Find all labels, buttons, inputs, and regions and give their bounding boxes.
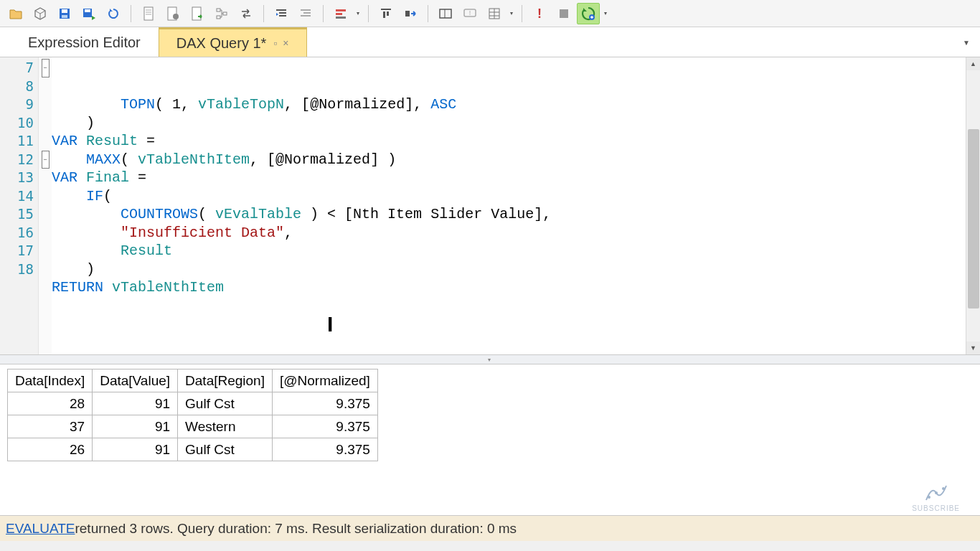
code-line[interactable]: IF( [52,187,966,206]
table-cell: 9.375 [272,392,377,415]
code-line[interactable]: VAR Result = [52,132,966,151]
comment-icon[interactable]: ! [458,3,481,24]
tab-close-button[interactable]: × [283,37,288,49]
line-number: 17 [0,242,38,260]
table-cell: 91 [93,438,178,461]
tab-overflow-chevron[interactable]: ▼ [963,38,970,46]
column-header[interactable]: Data[Index] [8,369,93,392]
fold-cell [39,205,52,224]
tab-dax-query[interactable]: DAX Query 1* ▫ × [159,27,307,57]
toolbar-dropdown-arrow[interactable]: ▾ [507,3,516,24]
svg-point-39 [928,496,930,499]
pane-splitter[interactable]: ▾ [0,354,980,364]
code-line[interactable]: ) [52,114,966,133]
table-cell: 9.375 [272,415,377,438]
svg-rect-13 [217,16,220,19]
fold-cell [39,187,52,206]
vertical-scrollbar[interactable]: ▲ ▼ [966,57,980,354]
scroll-down-arrow[interactable]: ▼ [966,342,980,354]
table-cell: 26 [8,438,93,461]
refresh-icon[interactable] [102,3,125,24]
hierarchy-icon[interactable] [210,3,233,24]
table-row[interactable]: 3791Western9.375 [8,415,378,438]
line-number: 14 [0,187,38,206]
code-line[interactable]: VAR Final = [52,169,966,187]
table-cell: Western [178,415,273,438]
fold-cell [39,169,52,187]
code-line[interactable]: "Insufficient Data", [52,224,966,242]
svg-rect-22 [336,13,342,15]
doc-gear-icon[interactable] [161,3,184,24]
table-row[interactable]: 2891Gulf Cst9.375 [8,392,378,415]
table-cell: 91 [93,392,178,415]
scroll-thumb[interactable] [968,129,979,309]
svg-rect-21 [336,9,346,11]
doc-export-icon[interactable] [186,3,209,24]
toolbar-dropdown-arrow[interactable]: ▾ [601,3,610,24]
fold-toggle-icon[interactable]: − [42,59,50,77]
fold-cell[interactable]: − [39,59,52,77]
fold-toggle-icon[interactable]: − [42,151,50,169]
code-line[interactable]: ) [52,260,966,279]
column-header[interactable]: [@Normalized] [272,369,377,392]
tab-expression-editor[interactable]: Expression Editor [10,27,159,57]
fold-cell [39,77,52,96]
cube-icon[interactable] [29,3,52,24]
run-icon[interactable] [577,3,600,24]
code-line[interactable]: RETURN vTableNthItem [52,278,966,297]
indent-icon[interactable] [270,3,293,24]
fold-cell[interactable]: − [39,151,52,169]
table-row[interactable]: 2691Gulf Cst9.375 [8,438,378,461]
line-number: 7 [0,59,38,77]
watermark-label: SUBSCRIBE [912,504,960,512]
fold-column[interactable]: −− [39,57,52,354]
line-number: 16 [0,224,38,242]
toolbar-dropdown-arrow[interactable]: ▾ [354,3,362,24]
panel-icon[interactable] [434,3,457,24]
column-header[interactable]: Data[Value] [93,369,178,392]
tab-modified-indicator: ▫ [273,37,277,49]
saveall-icon[interactable] [77,3,100,24]
open-icon[interactable] [4,3,27,24]
table-cell: Gulf Cst [178,392,273,415]
code-line[interactable]: Result [52,242,966,260]
results-pane: Data[Index]Data[Value]Data[Region][@Norm… [0,364,980,515]
grid-icon[interactable] [483,3,506,24]
save-icon[interactable] [53,3,76,24]
alert-icon[interactable]: ! [528,3,551,24]
line-number: 11 [0,132,38,151]
fold-cell [39,114,52,133]
line-number: 13 [0,169,38,187]
svg-point-40 [935,491,938,494]
status-evaluate-link[interactable]: EVALUATE [6,521,75,537]
line-number: 15 [0,205,38,224]
code-line[interactable]: MAXX( vTableNthItem, [@Normalized] ) [52,151,966,169]
code-line[interactable]: TOPN( 1, vTableTopN, [@Normalized], ASC [52,95,966,114]
format-icon[interactable] [329,3,352,24]
swap-icon[interactable] [235,3,258,24]
svg-rect-1 [62,9,67,13]
status-message: returned 3 rows. Query duration: 7 ms. R… [75,521,517,537]
svg-rect-11 [192,7,201,20]
toolbar-separator [263,5,264,22]
table-cell: 9.375 [272,438,377,461]
toolbar: ▾!▾!▾ [0,0,980,27]
line-number: 8 [0,77,38,96]
results-table[interactable]: Data[Index]Data[Value]Data[Region][@Norm… [7,369,378,461]
outdent-icon[interactable] [294,3,317,24]
code-area[interactable]: TOPN( 1, vTableTopN, [@Normalized], ASC … [52,57,966,354]
code-line[interactable]: COUNTROWS( vEvalTable ) < [Nth Item Slid… [52,205,966,224]
tab-label: DAX Query 1* [176,35,267,52]
scroll-up-arrow[interactable]: ▲ [966,57,980,70]
doc-icon[interactable] [137,3,160,24]
table-cell: 91 [93,415,178,438]
stop-icon[interactable] [552,3,575,24]
column-header[interactable]: Data[Region] [178,369,273,392]
svg-rect-37 [560,9,568,18]
svg-point-41 [942,487,945,490]
fold-cell [39,224,52,242]
move-right-icon[interactable] [399,3,422,24]
align-top-icon[interactable] [374,3,397,24]
code-editor[interactable]: 789101112131415161718 −− TOPN( 1, vTable… [0,57,980,354]
tab-label: Expression Editor [28,34,141,51]
